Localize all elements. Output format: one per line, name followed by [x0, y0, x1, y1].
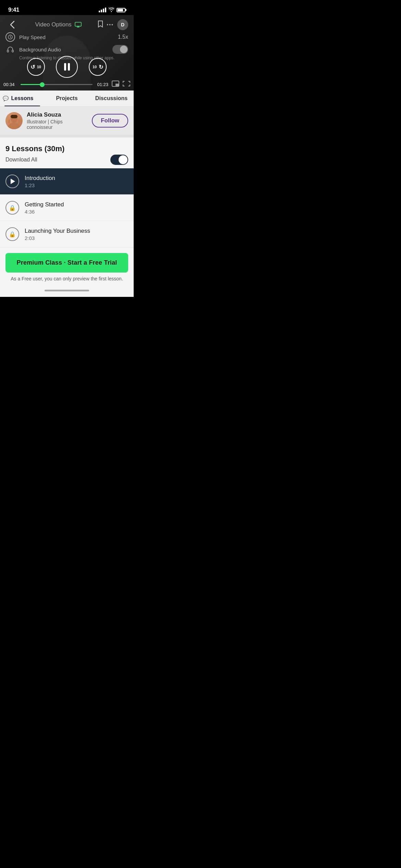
avatar-image [5, 112, 23, 129]
progress-fill [21, 84, 42, 85]
status-time: 9:41 [8, 7, 19, 13]
lesson-item-1[interactable]: Introduction 1:23 [0, 168, 134, 195]
lock-symbol-3: 🔒 [9, 231, 16, 238]
lesson-item-3[interactable]: 🔒 Launching Your Business 2:03 [0, 221, 134, 248]
rewind-button[interactable]: ↺ 10 [27, 58, 45, 76]
playback-controls: ↺ 10 10 ↻ [0, 56, 134, 78]
download-label: Download All [5, 157, 37, 163]
progress-thumb [40, 82, 45, 87]
lessons-count: 9 Lessons (30m) [5, 144, 128, 153]
wifi-icon [108, 7, 114, 13]
lesson-duration-1: 1:23 [25, 182, 128, 188]
tab-discussions[interactable]: Discussions [89, 91, 134, 106]
play-triangle-1 [11, 179, 15, 184]
lock-symbol-2: 🔒 [9, 205, 16, 211]
lesson-title-2: Getting Started [25, 201, 128, 208]
lesson-title-1: Introduction [25, 175, 128, 182]
lesson-info-2: Getting Started 4:36 [25, 201, 128, 215]
tab-projects[interactable]: Projects [45, 91, 89, 106]
tab-discussions-label: Discussions [95, 95, 127, 101]
cta-subtext: As a Free user, you can only preview the… [5, 276, 128, 281]
lesson-duration-3: 2:03 [25, 235, 128, 241]
lesson-item-2[interactable]: 🔒 Getting Started 4:36 [0, 195, 134, 221]
bottom-cta: Premium Class · Start a Free Trial As a … [0, 248, 134, 287]
instructor-avatar [5, 112, 23, 129]
download-all-toggle[interactable] [110, 155, 128, 165]
pause-button[interactable] [56, 56, 78, 78]
lock-icon-3: 🔒 [5, 227, 19, 241]
tab-lessons[interactable]: 💬 Lessons [0, 91, 45, 106]
lesson-info-1: Introduction 1:23 [25, 175, 128, 188]
download-row: Download All [5, 155, 128, 165]
tab-lessons-label: Lessons [11, 95, 34, 101]
instructor-info: Alicia Souza Illustrator | Chips connois… [27, 111, 88, 130]
video-player[interactable]: Video Options ••• D [0, 15, 134, 91]
status-bar: 9:41 [0, 0, 134, 15]
instructor-title: Illustrator | Chips connoisseur [27, 119, 88, 130]
svg-rect-8 [11, 115, 17, 118]
instructor-section: Alicia Souza Illustrator | Chips connois… [0, 107, 134, 135]
video-controls: ↺ 10 10 ↻ 00:34 01:23 [0, 15, 134, 91]
signal-bars-icon [99, 8, 106, 12]
play-icon-1 [5, 174, 19, 188]
lessons-tab-icon: 💬 [3, 96, 9, 101]
lesson-duration-2: 4:36 [25, 209, 128, 215]
separator-1 [0, 135, 134, 137]
instructor-name: Alicia Souza [27, 111, 88, 118]
tab-projects-label: Projects [56, 95, 77, 101]
tabs-section: 💬 Lessons Projects Discussions [0, 91, 134, 107]
follow-button[interactable]: Follow [92, 114, 128, 128]
pip-icon[interactable] [112, 81, 119, 88]
lesson-title-3: Launching Your Business [25, 228, 128, 234]
status-icons [99, 7, 125, 13]
pause-icon [64, 63, 70, 71]
lock-icon-2: 🔒 [5, 201, 19, 215]
lessons-header: 9 Lessons (30m) Download All [0, 137, 134, 168]
svg-rect-5 [116, 84, 119, 86]
lesson-info-3: Launching Your Business 2:03 [25, 228, 128, 241]
progress-track[interactable] [21, 84, 93, 85]
home-indicator [0, 287, 134, 297]
cta-button[interactable]: Premium Class · Start a Free Trial [5, 253, 128, 273]
home-bar [45, 290, 89, 291]
svg-point-7 [8, 123, 20, 129]
progress-section: 00:34 01:23 [0, 81, 134, 91]
lesson-list: Introduction 1:23 🔒 Getting Started 4:36… [0, 168, 134, 248]
current-time: 00:34 [3, 82, 17, 87]
battery-icon [117, 8, 125, 12]
fullscreen-icon[interactable] [123, 81, 130, 88]
forward-button[interactable]: 10 ↻ [89, 58, 107, 76]
total-time: 01:23 [96, 82, 108, 87]
